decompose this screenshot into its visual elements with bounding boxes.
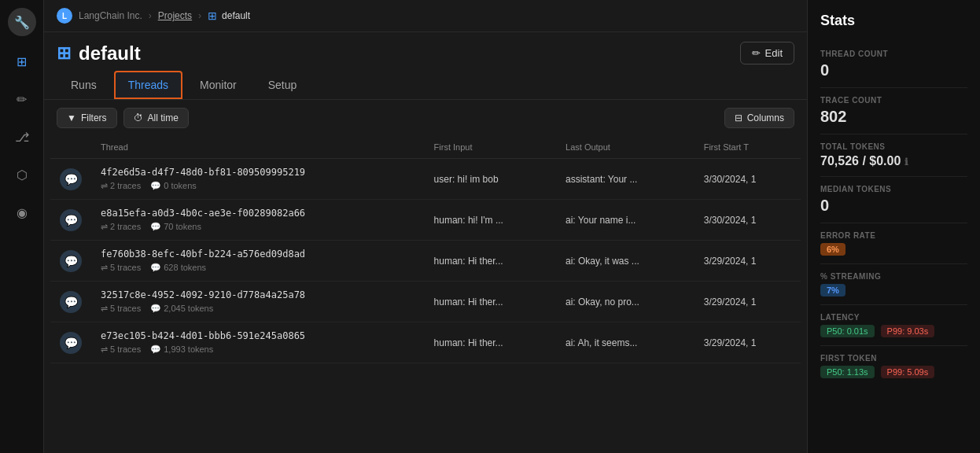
tabs: Runs Threads Monitor Setup xyxy=(44,64,807,100)
thread-icon: 💬 xyxy=(60,168,82,190)
sidebar-icon-pencil[interactable]: ✏ xyxy=(9,87,35,112)
latency-p50: P50: 0.01s xyxy=(820,325,875,337)
sidebar-icon-database[interactable]: ⬡ xyxy=(9,162,35,187)
thread-icon: 💬 xyxy=(60,250,82,272)
thread-icon-cell: 💬 xyxy=(50,322,91,363)
stat-label: TOTAL TOKENS xyxy=(820,142,967,151)
thread-first-input: human: hi! I'm ... xyxy=(425,200,556,241)
thread-first-start: 3/29/2024, 1 xyxy=(694,241,801,282)
tab-monitor[interactable]: Monitor xyxy=(186,71,251,99)
table-row[interactable]: 💬 32517c8e-4952-4092-9210-d778a4a25a78 ⇌… xyxy=(50,282,801,322)
th-empty xyxy=(50,136,91,159)
latency-p99: P99: 5.09s xyxy=(881,366,935,378)
stat-badge: 7% xyxy=(820,284,846,296)
filters-button[interactable]: ▼ Filters xyxy=(57,108,117,128)
sidebar-icon-git[interactable]: ⎇ xyxy=(9,124,35,149)
thread-id: 32517c8e-4952-4092-9210-d778a4a25a78 xyxy=(101,289,415,300)
toolbar: ▼ Filters ⏱ All time ⊟ Columns xyxy=(44,100,807,136)
thread-id: 4f2e6d5a-d4f7-48d0-bf81-809509995219 xyxy=(101,167,415,178)
threads-table: Thread First Input Last Output First Sta… xyxy=(50,136,801,363)
stats-panel: Stats THREAD COUNT 0 TRACE COUNT 802 TOT… xyxy=(807,0,980,453)
projects-link[interactable]: Projects xyxy=(158,10,192,21)
stat-label: ERROR RATE xyxy=(820,231,967,240)
th-last-output: Last Output xyxy=(556,136,694,159)
columns-icon: ⊟ xyxy=(735,112,742,123)
latency-row: P50: 1.13s P99: 5.09s xyxy=(820,366,967,378)
stat-block: % STREAMING 7% xyxy=(820,264,967,305)
breadcrumb: L LangChain Inc. › Projects › ⊞ default xyxy=(44,0,807,32)
latency-p99: P99: 9.03s xyxy=(881,325,935,337)
thread-last-output: ai: Okay, no pro... xyxy=(556,282,694,322)
thread-first-start: 3/29/2024, 1 xyxy=(694,282,801,322)
sidebar-icon-grid[interactable]: ⊞ xyxy=(9,49,35,74)
thread-last-output: ai: Okay, it was ... xyxy=(556,241,694,282)
latency-p50: P50: 1.13s xyxy=(820,366,875,378)
thread-icon: 💬 xyxy=(60,332,82,354)
thread-tokens: 💬 0 tokens xyxy=(150,181,197,191)
table-row[interactable]: 💬 e8a15efa-a0d3-4b0c-ae3e-f00289082a66 ⇌… xyxy=(50,200,801,241)
stat-label: FIRST TOKEN xyxy=(820,354,967,363)
thread-icon: 💬 xyxy=(60,209,82,231)
page-title: ⊞ default xyxy=(57,42,141,64)
thread-traces: ⇌ 2 traces xyxy=(101,222,141,232)
thread-first-input: human: Hi ther... xyxy=(425,241,556,282)
filter-icon: ▼ xyxy=(67,112,76,123)
thread-id-cell: 32517c8e-4952-4092-9210-d778a4a25a78 ⇌ 5… xyxy=(91,282,425,322)
thread-traces: ⇌ 5 traces xyxy=(101,263,141,273)
table-row[interactable]: 💬 4f2e6d5a-d4f7-48d0-bf81-809509995219 ⇌… xyxy=(50,159,801,200)
stat-label: THREAD COUNT xyxy=(820,50,967,58)
thread-last-output: assistant: Your ... xyxy=(556,159,694,200)
thread-tokens: 💬 2,045 tokens xyxy=(150,304,213,314)
time-icon: ⏱ xyxy=(134,112,143,123)
thread-first-start: 3/29/2024, 1 xyxy=(694,322,801,363)
thread-icon: 💬 xyxy=(60,291,82,313)
stat-label: % STREAMING xyxy=(820,272,967,281)
thread-first-start: 3/30/2024, 1 xyxy=(694,200,801,241)
edit-icon: ✏ xyxy=(752,47,761,59)
thread-first-start: 3/30/2024, 1 xyxy=(694,159,801,200)
stat-label: LATENCY xyxy=(820,313,967,322)
thread-id-cell: fe760b38-8efc-40bf-b224-a576ed09d8ad ⇌ 5… xyxy=(91,241,425,282)
stat-value: 0 xyxy=(820,197,967,215)
thread-last-output: ai: Ah, it seems... xyxy=(556,322,694,363)
tab-setup[interactable]: Setup xyxy=(254,71,311,99)
edit-button[interactable]: ✏ Edit xyxy=(740,42,794,64)
thread-first-input: human: Hi ther... xyxy=(425,282,556,322)
page-title-icon: ⊞ xyxy=(57,43,71,64)
toolbar-left: ▼ Filters ⏱ All time xyxy=(57,108,189,128)
stat-block: LATENCY P50: 0.01s P99: 9.03s xyxy=(820,305,967,346)
page-header: ⊞ default ✏ Edit xyxy=(44,32,807,64)
current-icon: ⊞ xyxy=(208,9,217,22)
thread-icon-cell: 💬 xyxy=(50,282,91,322)
org-icon: L xyxy=(57,8,72,24)
thread-id-cell: e73ec105-b424-4d01-bbb6-591e245a0865 ⇌ 5… xyxy=(91,322,425,363)
stat-block: TRACE COUNT 802 xyxy=(820,88,967,134)
stat-value: 0 xyxy=(820,61,967,79)
app-logo[interactable]: 🔧 xyxy=(8,8,36,36)
table-row[interactable]: 💬 e73ec105-b424-4d01-bbb6-591e245a0865 ⇌… xyxy=(50,322,801,363)
main-content: L LangChain Inc. › Projects › ⊞ default … xyxy=(44,0,807,453)
thread-id-cell: e8a15efa-a0d3-4b0c-ae3e-f00289082a66 ⇌ 2… xyxy=(91,200,425,241)
latency-row: P50: 0.01s P99: 9.03s xyxy=(820,325,967,337)
all-time-button[interactable]: ⏱ All time xyxy=(123,108,189,128)
table-row[interactable]: 💬 fe760b38-8efc-40bf-b224-a576ed09d8ad ⇌… xyxy=(50,241,801,282)
stat-block: ERROR RATE 6% xyxy=(820,223,967,264)
sidebar-icon-globe[interactable]: ◉ xyxy=(9,200,35,225)
org-name: LangChain Inc. xyxy=(79,10,142,21)
thread-icon-cell: 💬 xyxy=(50,159,91,200)
stat-badge: 6% xyxy=(820,243,846,256)
thread-icon-cell: 💬 xyxy=(50,241,91,282)
tab-runs[interactable]: Runs xyxy=(57,71,111,99)
table-container: Thread First Input Last Output First Sta… xyxy=(44,136,807,453)
stat-label: MEDIAN TOKENS xyxy=(820,185,967,193)
tab-threads[interactable]: Threads xyxy=(114,71,182,99)
thread-id-cell: 4f2e6d5a-d4f7-48d0-bf81-809509995219 ⇌ 2… xyxy=(91,159,425,200)
thread-tokens: 💬 70 tokens xyxy=(150,222,201,232)
stat-value: 70,526 / $0.00 ℹ xyxy=(820,154,967,168)
stat-block: THREAD COUNT 0 xyxy=(820,42,967,88)
stat-block: TOTAL TOKENS 70,526 / $0.00 ℹ xyxy=(820,134,967,177)
thread-traces: ⇌ 2 traces xyxy=(101,181,141,191)
thread-id: fe760b38-8efc-40bf-b224-a576ed09d8ad xyxy=(101,249,415,260)
stat-value: 802 xyxy=(820,108,967,126)
columns-button[interactable]: ⊟ Columns xyxy=(724,108,794,128)
